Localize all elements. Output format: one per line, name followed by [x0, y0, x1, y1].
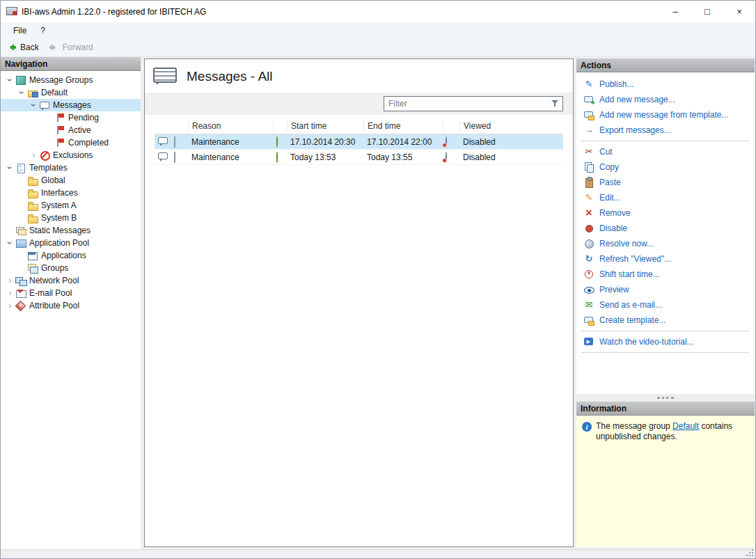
action-disable[interactable]: Disable [576, 221, 755, 236]
status-bar [1, 549, 755, 558]
edit-icon [583, 192, 594, 203]
expander-icon[interactable] [29, 100, 39, 111]
tree-item-global[interactable]: Global [1, 174, 141, 187]
action-create-template[interactable]: Create template... [576, 313, 755, 328]
templates-icon [15, 162, 26, 173]
viewed-cell: Disabled [459, 152, 536, 162]
action-edit[interactable]: Edit... [576, 190, 755, 205]
message-group-icon [27, 87, 38, 98]
window-title: IBI-aws Admin 1.22.0 - registered for IB… [22, 7, 206, 17]
table-row[interactable]: Maintenance 17.10.2014 20:30 17.10.2014 … [155, 134, 563, 150]
color-swatch [174, 152, 175, 163]
expander-icon[interactable] [5, 275, 15, 286]
back-button[interactable]: Back [6, 42, 39, 52]
information-panel: Information The message group Default co… [576, 402, 755, 547]
forward-button[interactable]: Forward [49, 42, 93, 52]
action-add-new-message[interactable]: Add new message... [576, 92, 755, 107]
action-preview[interactable]: Preview [576, 282, 755, 297]
messages-table: Reason Start time End time Viewed Mainte… [155, 118, 563, 165]
publish-icon [583, 79, 594, 90]
tree-item-system-a[interactable]: System A [1, 199, 141, 212]
navigation-panel-header: Navigation [1, 57, 141, 71]
header-viewed[interactable]: Viewed [459, 120, 536, 132]
tree-item-groups[interactable]: Groups [1, 262, 141, 274]
tree-item-interfaces[interactable]: Interfaces [1, 187, 141, 199]
message-row-icon [157, 135, 168, 146]
messages-icon [39, 100, 50, 111]
navigation-panel: Navigation Message Groups Default Messag… [1, 57, 141, 549]
end-time-cell: Today 13:55 [363, 152, 443, 162]
tree-item-attribute-pool[interactable]: Attribute Pool [1, 299, 141, 312]
green-dot-icon [276, 152, 278, 163]
expander-icon[interactable] [5, 237, 15, 249]
groups-icon [27, 262, 38, 274]
action-add-new-message-from-template[interactable]: Add new message from template... [576, 107, 755, 123]
tree-item-messages[interactable]: Messages [1, 99, 141, 111]
header-end-time[interactable]: End time [363, 120, 443, 132]
tree-item-application-pool[interactable]: Application Pool [1, 237, 141, 249]
tree-item-pending[interactable]: Pending [1, 111, 141, 124]
action-send-as-email[interactable]: Send as e-mail... [576, 297, 755, 313]
menu-file[interactable]: File [6, 24, 33, 38]
action-publish[interactable]: Publish... [576, 77, 755, 92]
add-message-from-template-icon [583, 109, 594, 120]
minimize-button[interactable]: – [659, 1, 691, 22]
tree-item-exclusions[interactable]: Exclusions [1, 149, 141, 162]
tree-item-default[interactable]: Default [1, 86, 141, 99]
maximize-button[interactable]: □ [691, 1, 723, 22]
expander-icon[interactable] [29, 150, 39, 161]
actions-separator [582, 141, 749, 141]
action-paste[interactable]: Paste [576, 175, 755, 190]
folder-icon [27, 200, 38, 211]
expander-icon[interactable] [17, 87, 27, 98]
tree-item-network-pool[interactable]: Network Pool [1, 274, 141, 287]
action-cut[interactable]: Cut [576, 144, 755, 159]
table-row[interactable]: Maintenance Today 13:53 Today 13:55 Disa… [155, 150, 563, 165]
action-copy[interactable]: Copy [576, 159, 755, 175]
expander-icon[interactable] [5, 162, 15, 173]
tree-item-active[interactable]: Active [1, 124, 141, 136]
filter-box [384, 96, 563, 111]
tree-item-static-messages[interactable]: Static Messages [1, 224, 141, 237]
table-header-row: Reason Start time End time Viewed [155, 118, 563, 134]
resize-grip-icon[interactable] [752, 555, 753, 556]
tree-item-completed[interactable]: Completed [1, 136, 141, 149]
action-watch-video-tutorial[interactable]: Watch the video-tutorial... [576, 334, 755, 349]
expander-icon[interactable] [5, 74, 15, 86]
filter-input[interactable] [384, 97, 562, 111]
tree-item-email-pool[interactable]: E-mail Pool [1, 287, 141, 299]
message-row-icon [157, 150, 168, 162]
action-remove[interactable]: Remove [576, 205, 755, 221]
preview-icon [583, 284, 594, 295]
viewed-cell: Disabled [459, 137, 536, 147]
header-reason[interactable]: Reason [188, 120, 273, 132]
resolve-now-icon [583, 238, 594, 249]
info-text-before: The message group [596, 421, 672, 431]
applications-icon [27, 250, 38, 261]
tree-item-system-b[interactable]: System B [1, 212, 141, 224]
tree-item-message-groups[interactable]: Message Groups [1, 74, 141, 86]
action-refresh-viewed[interactable]: Refresh "Viewed"... [576, 251, 755, 267]
panel-splitter[interactable] [576, 394, 755, 402]
tree-item-applications[interactable]: Applications [1, 249, 141, 262]
filter-funnel-icon[interactable] [551, 100, 559, 108]
main-content: Navigation Message Groups Default Messag… [1, 57, 755, 549]
action-resolve-now[interactable]: Resolve now... [576, 236, 755, 251]
shift-start-time-icon [583, 269, 594, 280]
expander-icon[interactable] [5, 288, 15, 299]
close-button[interactable]: × [723, 1, 755, 22]
actions-separator [582, 331, 749, 331]
header-start-time[interactable]: Start time [287, 120, 363, 132]
static-messages-icon [15, 225, 26, 236]
app-window: IBI-aws Admin 1.22.0 - registered for IB… [0, 0, 756, 559]
folder-icon [27, 212, 38, 223]
expander-icon[interactable] [5, 300, 15, 311]
exclusions-icon [39, 150, 50, 161]
action-shift-start-time[interactable]: Shift start time... [576, 267, 755, 282]
action-export-messages[interactable]: Export messages... [576, 123, 755, 138]
flag-icon [54, 112, 65, 123]
menu-help[interactable]: ? [33, 24, 52, 38]
tree-item-templates[interactable]: Templates [1, 162, 141, 174]
default-group-link[interactable]: Default [672, 421, 699, 431]
viewed-state-icon [446, 136, 447, 148]
